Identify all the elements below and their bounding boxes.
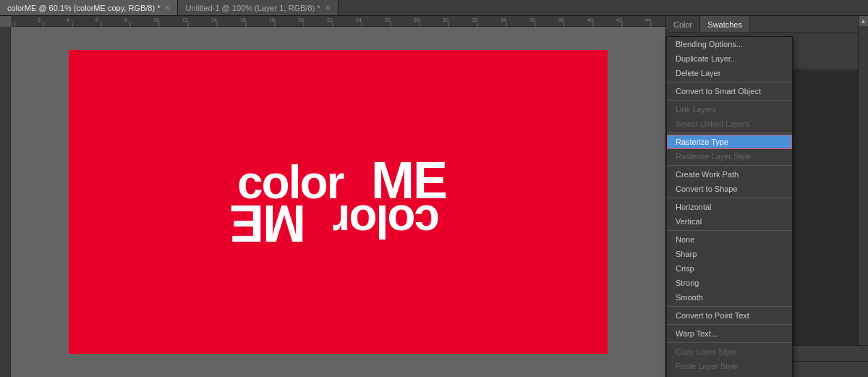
menu-sep-6 (667, 230, 792, 231)
main-area: 2468101214161820222426283032343638404244… (0, 16, 868, 377)
svg-text:14: 14 (211, 17, 217, 22)
svg-text:38: 38 (558, 17, 564, 22)
scroll-up-arrow[interactable]: ▲ (859, 16, 869, 26)
svg-text:34: 34 (501, 17, 506, 22)
right-panel: Color Swatches Violet (665, 16, 868, 377)
menu-paste-layer-style: Paste Layer Style (667, 359, 792, 373)
svg-text:44: 44 (645, 17, 651, 22)
svg-text:16: 16 (240, 17, 246, 22)
tab-color[interactable]: Color (666, 16, 700, 33)
right-scrollbar: ▲ ▼ (858, 16, 868, 377)
tab-untitled-label: Untitled-1 @ 100% (Layer 1, RGB/8) * (185, 4, 320, 12)
svg-text:22: 22 (327, 17, 333, 22)
menu-select-linked: Select Linked Layers (667, 117, 792, 131)
menu-create-work-path[interactable]: Create Work Path (667, 167, 792, 182)
logo-svg: color ME color ME (230, 144, 447, 260)
svg-text:6: 6 (95, 17, 98, 22)
menu-rasterize-type[interactable]: Rasterize Type (667, 135, 792, 149)
menu-sep-3 (667, 132, 792, 133)
svg-text:18: 18 (269, 17, 275, 22)
menu-warp-text[interactable]: Warp Text... (667, 326, 792, 341)
tab-color-label: Color (673, 20, 692, 29)
tab-colorme[interactable]: colorME @ 60.1% (colorME copy, RGB/8) * … (0, 0, 178, 15)
menu-sep-9 (667, 342, 792, 343)
menu-sep-2 (667, 100, 792, 101)
panel-tab-bar: Color Swatches (666, 16, 868, 33)
tab-untitled[interactable]: Untitled-1 @ 100% (Layer 1, RGB/8) * ✕ (178, 0, 338, 15)
menu-sep-1 (667, 82, 792, 82)
menu-clear-layer-style: Clear Layer Style (667, 373, 792, 377)
menu-sep-7 (667, 306, 792, 307)
tab-colorme-close[interactable]: ✕ (164, 4, 170, 12)
menu-vertical[interactable]: Vertical (667, 214, 792, 229)
svg-text:4: 4 (67, 17, 69, 22)
svg-text:42: 42 (616, 17, 622, 22)
menu-strong[interactable]: Strong (667, 276, 792, 290)
menu-horizontal[interactable]: Horizontal (667, 200, 792, 214)
menu-sep-4 (667, 165, 792, 166)
tab-untitled-close[interactable]: ✕ (325, 4, 331, 12)
ruler-vertical (0, 27, 11, 377)
menu-blending-options[interactable]: Blending Options... (667, 37, 792, 51)
menu-sep-8 (667, 324, 792, 325)
canvas-work[interactable]: color ME color ME (11, 27, 665, 377)
canvas-image: color ME color ME (69, 50, 608, 354)
tab-swatches-label: Swatches (707, 20, 742, 29)
svg-text:36: 36 (529, 17, 535, 22)
menu-delete-layer[interactable]: Delete Layer (667, 66, 792, 80)
svg-text:8: 8 (124, 17, 127, 22)
svg-text:20: 20 (298, 17, 304, 22)
svg-text:12: 12 (182, 17, 188, 22)
menu-copy-layer-style: Copy Layer Style (667, 344, 792, 359)
menu-duplicate-layer[interactable]: Duplicate Layer... (667, 51, 792, 66)
menu-link-layers: Link Layers (667, 102, 792, 117)
svg-text:32: 32 (472, 17, 477, 22)
svg-text:40: 40 (587, 17, 593, 22)
svg-text:24: 24 (356, 17, 362, 22)
canvas-container: 2468101214161820222426283032343638404244… (0, 16, 665, 377)
svg-text:10: 10 (153, 17, 159, 22)
tab-colorme-label: colorME @ 60.1% (colorME copy, RGB/8) * (7, 4, 160, 12)
menu-sep-5 (667, 198, 792, 198)
menu-crisp[interactable]: Crisp (667, 261, 792, 276)
menu-convert-smart-object[interactable]: Convert to Smart Object (667, 84, 792, 98)
menu-sharp[interactable]: Sharp (667, 247, 792, 261)
menu-none[interactable]: None (667, 232, 792, 247)
ruler-horizontal: 2468101214161820222426283032343638404244 (11, 16, 665, 27)
tab-swatches[interactable]: Swatches (700, 16, 750, 33)
context-menu: Blending Options... Duplicate Layer... D… (666, 36, 793, 377)
svg-text:color: color (333, 195, 440, 247)
svg-text:30: 30 (443, 17, 448, 22)
tab-bar: colorME @ 60.1% (colorME copy, RGB/8) * … (0, 0, 868, 16)
menu-convert-to-shape[interactable]: Convert to Shape (667, 182, 792, 196)
svg-text:26: 26 (385, 17, 391, 22)
svg-text:2: 2 (38, 17, 41, 22)
svg-text:28: 28 (414, 17, 420, 22)
svg-text:ME: ME (231, 195, 306, 253)
menu-rasterize-layer-style: Rasterize Layer Style (667, 149, 792, 164)
menu-smooth[interactable]: Smooth (667, 290, 792, 305)
menu-convert-point-text[interactable]: Convert to Point Text (667, 308, 792, 323)
